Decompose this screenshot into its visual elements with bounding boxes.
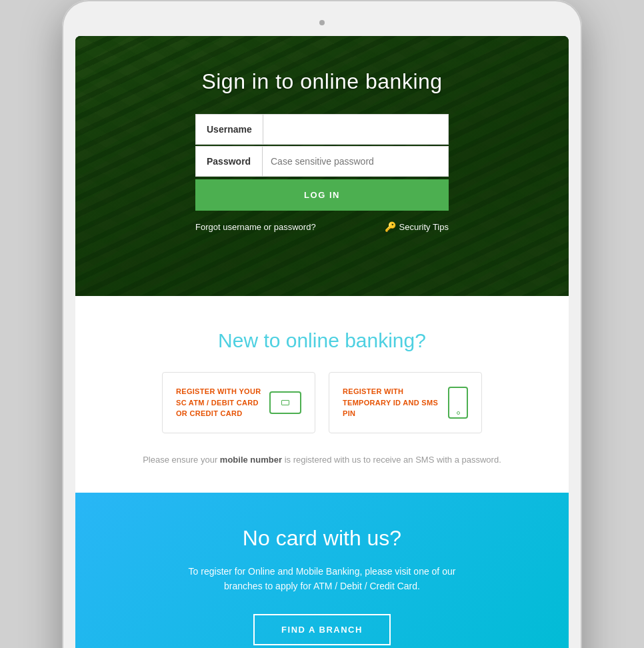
no-card-description: To register for Online and Mobile Bankin…: [182, 564, 462, 594]
sms-note-suffix: is registered with us to receive an SMS …: [282, 455, 501, 465]
security-tips-label: Security Tips: [399, 222, 449, 232]
password-input[interactable]: [263, 147, 448, 176]
sms-note-bold: mobile number: [220, 455, 282, 465]
login-button[interactable]: LOG IN: [195, 179, 449, 211]
password-row: Password: [195, 146, 449, 177]
security-tips-link[interactable]: 🔑 Security Tips: [385, 221, 449, 232]
sms-note-prefix: Please ensure your: [143, 455, 220, 465]
phone-icon: [448, 387, 468, 419]
register-atm-text: REGISTER WITH YOUR SC ATM / DEBIT CARD O…: [176, 386, 261, 419]
register-sms-card[interactable]: REGISTER WITH TEMPORARY ID AND SMS PIN: [329, 372, 482, 433]
register-cards-container: REGISTER WITH YOUR SC ATM / DEBIT CARD O…: [129, 372, 515, 433]
username-input[interactable]: [263, 115, 448, 144]
forgot-password-link[interactable]: Forgot username or password?: [195, 222, 316, 232]
username-label: Username: [196, 115, 263, 144]
phone-icon-dot: [457, 411, 460, 415]
hero-title: Sign in to online banking: [201, 69, 442, 94]
card-icon-inner: [281, 400, 289, 405]
register-sms-text: REGISTER WITH TEMPORARY ID AND SMS PIN: [343, 386, 440, 419]
device-frame: Sign in to online banking Username Passw…: [62, 0, 582, 648]
no-card-title: No card with us?: [129, 526, 515, 551]
no-card-section: No card with us? To register for Online …: [75, 493, 569, 648]
credit-card-icon: [269, 391, 301, 414]
screen: Sign in to online banking Username Passw…: [75, 36, 569, 648]
find-branch-button[interactable]: FIND A BRANCH: [253, 614, 391, 645]
hero-section: Sign in to online banking Username Passw…: [75, 36, 569, 296]
new-banking-section: New to online banking? REGISTER WITH YOU…: [75, 296, 569, 493]
password-label: Password: [196, 147, 263, 176]
username-row: Username: [195, 114, 449, 145]
form-links: Forgot username or password? 🔑 Security …: [195, 221, 449, 232]
sms-note: Please ensure your mobile number is regi…: [129, 453, 515, 467]
new-banking-title: New to online banking?: [129, 329, 515, 352]
hero-content: Sign in to online banking Username Passw…: [75, 36, 569, 252]
login-form: Username Password LOG IN: [195, 114, 449, 211]
shield-icon: 🔑: [385, 221, 396, 232]
front-camera: [319, 20, 325, 25]
register-atm-card[interactable]: REGISTER WITH YOUR SC ATM / DEBIT CARD O…: [162, 372, 315, 433]
